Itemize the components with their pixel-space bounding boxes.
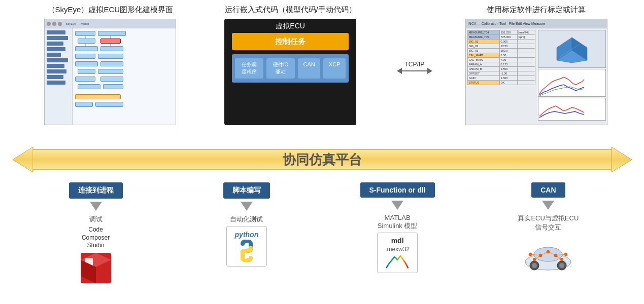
sidebar-row (47, 47, 65, 51)
calib-line-chart (538, 69, 606, 97)
flow-node (75, 102, 93, 107)
hw-box: 任务调度程序 硬件IO驱动 CAN XCP (232, 54, 349, 83)
sfunction-badge: S-Function or dll (360, 182, 435, 198)
can-badge: CAN (531, 182, 565, 198)
sidebar-row (47, 42, 63, 46)
flow-node (100, 46, 123, 51)
python-italic-text: python (235, 231, 259, 239)
bottom-item-can: CAN 真实ECU与虚拟ECU 信号交互 (487, 182, 609, 272)
calib-right-panel (537, 28, 607, 125)
tcp-ip-section: TCP/IP (394, 61, 435, 74)
svg-point-25 (534, 247, 562, 261)
python-logo-box: python (226, 226, 267, 267)
calib-left-panel: MEASURE_T04151.250[mm/24] MEASURE_T05725… (466, 28, 537, 125)
flow-node (78, 69, 95, 74)
control-task-bar: 控制任务 (232, 33, 349, 50)
ccs-logo-area: Code Composer Studio (79, 226, 113, 285)
bottom-item-connect: 连接到进程 调试 Code Composer Studio (35, 182, 157, 285)
python-icon (235, 240, 258, 262)
skyeye-main-diagram (73, 28, 176, 125)
car-icon (520, 234, 576, 272)
platform-label: 协同仿真平台 (283, 151, 362, 169)
connect-badge: 连接到进程 (69, 182, 123, 199)
flow-node (95, 102, 123, 107)
tb-btn-1 (47, 22, 51, 26)
connect-sub: 调试 (89, 215, 103, 224)
sfunction-sub: MATLAB Simulink 模型 (378, 214, 418, 231)
skyeye-toolbar: SkyEye — Model (45, 19, 176, 28)
top-section: （SkyEye）虚拟ECU图形化建模界面 SkyEye — Model (0, 0, 644, 142)
flow-node (98, 54, 123, 59)
calib-toolbar-text: INCA — Calibration Tool File Edit View M… (468, 22, 546, 25)
matlab-logo-box: mdl .mexw32 (377, 233, 418, 273)
calib-item: 使用标定软件进行标定或计算 INCA — Calibration Tool Fi… (463, 5, 610, 125)
virt-ecu-title: 虚拟ECU (276, 19, 305, 33)
skyeye-item: （SkyEye）虚拟ECU图形化建模界面 SkyEye — Model (34, 5, 186, 125)
sidebar-row (47, 36, 67, 40)
svg-point-22 (247, 243, 249, 245)
down-arrow-3 (391, 201, 403, 210)
flow-node (75, 77, 95, 82)
svg-point-29 (559, 263, 564, 268)
calib-label: 使用标定软件进行标定或计算 (487, 5, 586, 15)
script-sub: 自动化测试 (230, 215, 263, 224)
flow-node (75, 31, 95, 36)
flow-node (75, 54, 95, 59)
sidebar-row (47, 81, 65, 85)
bottom-item-script: 脚本编写 自动化测试 python (186, 182, 308, 267)
script-badge: 脚本编写 (223, 182, 270, 199)
arrow-line (402, 70, 427, 71)
matlab-icon (386, 254, 409, 269)
ccs-label: Code Composer Studio (82, 226, 110, 250)
flow-node-orange (75, 94, 121, 99)
calib-line-chart-2 (538, 98, 606, 121)
big-arrow-section: 协同仿真平台 (10, 142, 634, 177)
svg-marker-13 (612, 147, 632, 172)
virt-ecu-box: 虚拟ECU 控制任务 任务调度程序 硬件IO驱动 CAN XCP (224, 19, 356, 125)
calib-data-table: MEASURE_T04151.250[mm/24] MEASURE_T05725… (467, 30, 535, 85)
xcp-item: XCP (323, 58, 346, 79)
sidebar-row (47, 53, 61, 57)
sidebar-row (47, 64, 64, 68)
flow-node-red (100, 39, 121, 44)
flow-node (100, 61, 123, 66)
virt-ecu-item: 运行嵌入式代码（模型代码/手动代码） 虚拟ECU 控制任务 任务调度程序 硬件I… (214, 5, 366, 125)
tb-btn-3 (58, 22, 62, 26)
sidebar-row (47, 58, 67, 62)
chart-svg-2 (538, 98, 605, 120)
calib-3d-view (538, 30, 606, 68)
svg-point-23 (245, 257, 247, 259)
toolbar-text: SkyEye — Model (65, 22, 89, 25)
arrow-left-head (397, 68, 402, 74)
calib-screenshot: INCA — Calibration Tool File Edit View M… (465, 19, 607, 125)
flow-node (75, 61, 98, 66)
flow-node (78, 84, 100, 89)
down-arrow-1 (90, 202, 102, 211)
down-arrow-4 (542, 201, 554, 210)
flow-node (103, 84, 123, 89)
sidebar-row (47, 30, 65, 34)
flow-node (98, 31, 126, 36)
sidebar-row (47, 75, 63, 79)
svg-marker-11 (13, 147, 33, 172)
svg-point-27 (532, 263, 537, 268)
hw-io-driver-item: 硬件IO驱动 (266, 58, 295, 79)
down-arrow-2 (241, 202, 253, 211)
skyeye-sidebar (45, 28, 73, 125)
skyeye-content (45, 28, 176, 125)
ccs-cube-icon (79, 251, 113, 285)
tcp-ip-label: TCP/IP (405, 61, 425, 68)
calib-toolbar: INCA — Calibration Tool File Edit View M… (466, 19, 607, 28)
flow-node (78, 39, 95, 44)
can-sub: 真实ECU与虚拟ECU 信号交互 (518, 214, 579, 232)
task-scheduler-item: 任务调度程序 (235, 58, 263, 79)
mexw32-text: .mexw32 (385, 246, 410, 253)
calib-content: MEASURE_T04151.250[mm/24] MEASURE_T05725… (466, 28, 607, 125)
bottom-item-sfunction: S-Function or dll MATLAB Simulink 模型 mdl… (336, 182, 458, 273)
chart-svg (538, 69, 605, 96)
mdl-text: mdl (391, 237, 404, 245)
tcp-arrow (397, 68, 432, 74)
flow-node (75, 46, 98, 51)
skyeye-screenshot: SkyEye — Model (44, 19, 176, 125)
arrow-right-head (427, 68, 432, 74)
